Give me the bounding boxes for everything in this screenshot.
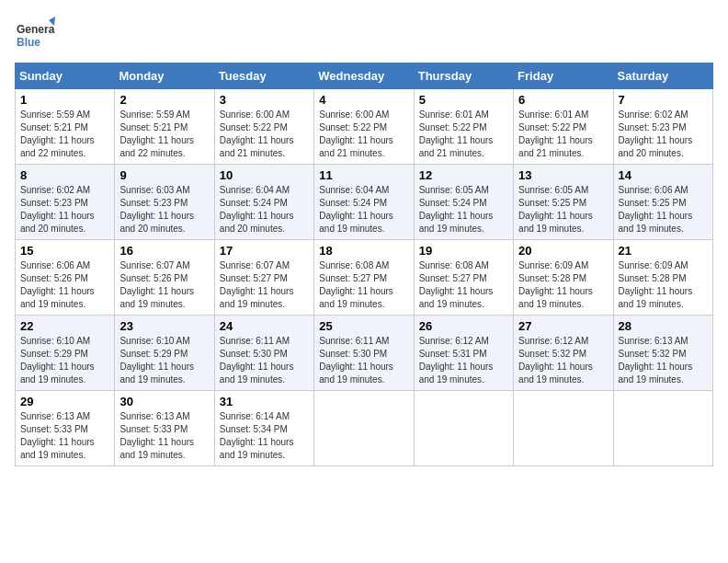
day-info: Sunrise: 6:06 AM Sunset: 5:26 PM Dayligh…	[20, 259, 109, 311]
day-number: 18	[319, 244, 408, 258]
calendar-cell: 20Sunrise: 6:09 AM Sunset: 5:28 PM Dayli…	[514, 240, 613, 316]
weekday-header-cell: Saturday	[613, 63, 712, 89]
day-number: 14	[619, 168, 708, 182]
calendar-cell: 21Sunrise: 6:09 AM Sunset: 5:28 PM Dayli…	[613, 240, 712, 316]
day-info: Sunrise: 6:08 AM Sunset: 5:27 PM Dayligh…	[319, 259, 408, 311]
calendar-cell	[613, 391, 712, 466]
weekday-header-cell: Monday	[115, 63, 214, 89]
day-number: 7	[619, 93, 708, 107]
day-info: Sunrise: 6:14 AM Sunset: 5:34 PM Dayligh…	[220, 410, 309, 462]
calendar-cell: 27Sunrise: 6:12 AM Sunset: 5:32 PM Dayli…	[514, 316, 613, 391]
day-number: 3	[220, 93, 309, 107]
day-info: Sunrise: 6:10 AM Sunset: 5:29 PM Dayligh…	[119, 335, 209, 386]
day-info: Sunrise: 6:03 AM Sunset: 5:23 PM Dayligh…	[119, 184, 209, 236]
day-number: 28	[619, 319, 708, 333]
day-number: 5	[419, 93, 508, 107]
day-number: 4	[319, 93, 408, 107]
day-info: Sunrise: 6:05 AM Sunset: 5:25 PM Dayligh…	[518, 184, 608, 236]
calendar-cell	[514, 391, 613, 466]
calendar-week-row: 22Sunrise: 6:10 AM Sunset: 5:29 PM Dayli…	[16, 316, 713, 391]
calendar-cell: 4Sunrise: 6:00 AM Sunset: 5:22 PM Daylig…	[314, 89, 414, 165]
calendar-cell: 13Sunrise: 6:05 AM Sunset: 5:25 PM Dayli…	[514, 165, 613, 240]
day-info: Sunrise: 6:02 AM Sunset: 5:23 PM Dayligh…	[20, 184, 109, 236]
calendar-table: SundayMondayTuesdayWednesdayThursdayFrid…	[15, 63, 713, 466]
weekday-header-cell: Friday	[514, 63, 613, 89]
day-info: Sunrise: 6:09 AM Sunset: 5:28 PM Dayligh…	[518, 259, 608, 311]
day-number: 26	[419, 319, 508, 333]
calendar-cell: 25Sunrise: 6:11 AM Sunset: 5:30 PM Dayli…	[314, 316, 414, 391]
day-info: Sunrise: 6:11 AM Sunset: 5:30 PM Dayligh…	[220, 335, 309, 386]
calendar-cell: 31Sunrise: 6:14 AM Sunset: 5:34 PM Dayli…	[214, 391, 313, 466]
day-info: Sunrise: 6:00 AM Sunset: 5:22 PM Dayligh…	[319, 109, 408, 160]
day-number: 25	[319, 319, 408, 333]
calendar-cell: 28Sunrise: 6:13 AM Sunset: 5:32 PM Dayli…	[613, 316, 712, 391]
calendar-cell: 26Sunrise: 6:12 AM Sunset: 5:31 PM Dayli…	[414, 316, 513, 391]
calendar-cell: 2Sunrise: 5:59 AM Sunset: 5:21 PM Daylig…	[115, 89, 214, 165]
calendar-cell: 30Sunrise: 6:13 AM Sunset: 5:33 PM Dayli…	[115, 391, 214, 466]
day-info: Sunrise: 6:08 AM Sunset: 5:27 PM Dayligh…	[419, 259, 508, 311]
day-number: 30	[119, 395, 209, 408]
day-number: 10	[220, 168, 309, 182]
day-info: Sunrise: 6:07 AM Sunset: 5:26 PM Dayligh…	[119, 259, 209, 311]
logo: General Blue	[15, 15, 55, 55]
weekday-header-cell: Wednesday	[314, 63, 414, 89]
day-number: 31	[220, 395, 309, 408]
day-number: 29	[20, 395, 109, 408]
day-info: Sunrise: 6:05 AM Sunset: 5:24 PM Dayligh…	[419, 184, 508, 236]
calendar-cell: 11Sunrise: 6:04 AM Sunset: 5:24 PM Dayli…	[314, 165, 414, 240]
day-info: Sunrise: 6:13 AM Sunset: 5:32 PM Dayligh…	[619, 335, 708, 386]
day-number: 13	[518, 168, 608, 182]
calendar-cell: 10Sunrise: 6:04 AM Sunset: 5:24 PM Dayli…	[214, 165, 313, 240]
day-info: Sunrise: 6:12 AM Sunset: 5:32 PM Dayligh…	[518, 335, 608, 386]
day-info: Sunrise: 6:13 AM Sunset: 5:33 PM Dayligh…	[20, 410, 109, 462]
calendar-body: 1Sunrise: 5:59 AM Sunset: 5:21 PM Daylig…	[16, 89, 713, 466]
day-info: Sunrise: 6:06 AM Sunset: 5:25 PM Dayligh…	[619, 184, 708, 236]
weekday-header-cell: Thursday	[414, 63, 513, 89]
day-info: Sunrise: 6:01 AM Sunset: 5:22 PM Dayligh…	[419, 109, 508, 160]
day-info: Sunrise: 6:10 AM Sunset: 5:29 PM Dayligh…	[20, 335, 109, 386]
calendar-cell: 6Sunrise: 6:01 AM Sunset: 5:22 PM Daylig…	[514, 89, 613, 165]
day-info: Sunrise: 6:09 AM Sunset: 5:28 PM Dayligh…	[619, 259, 708, 311]
day-info: Sunrise: 6:00 AM Sunset: 5:22 PM Dayligh…	[220, 109, 309, 160]
calendar-cell: 12Sunrise: 6:05 AM Sunset: 5:24 PM Dayli…	[414, 165, 513, 240]
day-info: Sunrise: 6:04 AM Sunset: 5:24 PM Dayligh…	[319, 184, 408, 236]
day-number: 27	[518, 319, 608, 333]
day-info: Sunrise: 5:59 AM Sunset: 5:21 PM Dayligh…	[119, 109, 209, 160]
day-info: Sunrise: 5:59 AM Sunset: 5:21 PM Dayligh…	[20, 109, 109, 160]
calendar-cell: 3Sunrise: 6:00 AM Sunset: 5:22 PM Daylig…	[214, 89, 313, 165]
day-number: 9	[119, 168, 209, 182]
calendar-cell: 24Sunrise: 6:11 AM Sunset: 5:30 PM Dayli…	[214, 316, 313, 391]
day-info: Sunrise: 6:07 AM Sunset: 5:27 PM Dayligh…	[220, 259, 309, 311]
calendar-cell: 17Sunrise: 6:07 AM Sunset: 5:27 PM Dayli…	[214, 240, 313, 316]
svg-text:Blue: Blue	[17, 36, 40, 49]
day-number: 19	[419, 244, 508, 258]
day-number: 21	[619, 244, 708, 258]
day-info: Sunrise: 6:04 AM Sunset: 5:24 PM Dayligh…	[220, 184, 309, 236]
day-number: 16	[119, 244, 209, 258]
calendar-cell	[314, 391, 414, 466]
weekday-header-row: SundayMondayTuesdayWednesdayThursdayFrid…	[16, 63, 713, 89]
weekday-header-cell: Tuesday	[214, 63, 313, 89]
calendar-cell: 18Sunrise: 6:08 AM Sunset: 5:27 PM Dayli…	[314, 240, 414, 316]
calendar-cell: 15Sunrise: 6:06 AM Sunset: 5:26 PM Dayli…	[16, 240, 115, 316]
calendar-week-row: 29Sunrise: 6:13 AM Sunset: 5:33 PM Dayli…	[16, 391, 713, 466]
calendar-cell: 1Sunrise: 5:59 AM Sunset: 5:21 PM Daylig…	[16, 89, 115, 165]
day-number: 1	[20, 93, 109, 107]
weekday-header-cell: Sunday	[16, 63, 115, 89]
calendar-cell: 19Sunrise: 6:08 AM Sunset: 5:27 PM Dayli…	[414, 240, 513, 316]
day-number: 2	[119, 93, 209, 107]
calendar-cell: 16Sunrise: 6:07 AM Sunset: 5:26 PM Dayli…	[115, 240, 214, 316]
calendar-week-row: 15Sunrise: 6:06 AM Sunset: 5:26 PM Dayli…	[16, 240, 713, 316]
calendar-cell: 8Sunrise: 6:02 AM Sunset: 5:23 PM Daylig…	[16, 165, 115, 240]
day-number: 11	[319, 168, 408, 182]
calendar-week-row: 8Sunrise: 6:02 AM Sunset: 5:23 PM Daylig…	[16, 165, 713, 240]
svg-text:General: General	[17, 23, 55, 36]
calendar-cell: 9Sunrise: 6:03 AM Sunset: 5:23 PM Daylig…	[115, 165, 214, 240]
day-info: Sunrise: 6:11 AM Sunset: 5:30 PM Dayligh…	[319, 335, 408, 386]
page-header: General Blue	[15, 15, 713, 55]
day-info: Sunrise: 6:13 AM Sunset: 5:33 PM Dayligh…	[119, 410, 209, 462]
day-number: 22	[20, 319, 109, 333]
calendar-cell: 22Sunrise: 6:10 AM Sunset: 5:29 PM Dayli…	[16, 316, 115, 391]
calendar-cell: 23Sunrise: 6:10 AM Sunset: 5:29 PM Dayli…	[115, 316, 214, 391]
day-number: 6	[518, 93, 608, 107]
